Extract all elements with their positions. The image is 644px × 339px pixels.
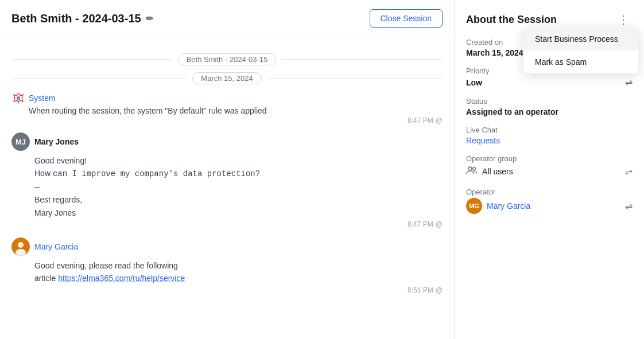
user-line-4: Best regards,	[34, 193, 443, 206]
status-label: Status	[466, 97, 633, 106]
op-message-link[interactable]: https://elma365.com/ru/help/service	[58, 274, 185, 283]
user-line-2: How can I improve my company's data prot…	[34, 167, 443, 180]
date-separator-label-2: March 15, 2024	[192, 72, 261, 84]
chat-messages: Beth Smith - 2024-03-15 March 15, 2024	[0, 37, 454, 339]
operator-group-label: Operator group	[466, 154, 633, 163]
user-message-meta: 8:47 PM @	[11, 220, 443, 228]
operator-label: Operator	[466, 188, 633, 196]
operator-message-header: Mary Garcia	[11, 237, 443, 256]
svg-point-5	[468, 167, 472, 170]
user-message-icon: @	[436, 220, 443, 228]
svg-point-6	[473, 167, 476, 170]
system-message-icon: @	[436, 116, 443, 124]
info-header: About the Session ⋮	[466, 11, 633, 28]
title-text: Beth Smith - 2024-03-15	[11, 12, 141, 25]
user-message-body: Good evening! How can I improve my compa…	[34, 154, 443, 219]
info-panel-title: About the Session	[466, 14, 557, 26]
date-separator-label-1: Beth Smith - 2024-03-15	[178, 53, 277, 65]
operator-message-time: 8:51 PM	[408, 286, 433, 294]
live-chat-field: Live Chat Requests	[466, 126, 633, 145]
operator-small-avatar: MG	[466, 198, 482, 214]
dropdown-item-mark-as-spam[interactable]: Mark as Spam	[523, 50, 638, 73]
system-sender: System	[11, 91, 443, 105]
svg-point-3	[18, 242, 24, 248]
system-message-text: When routing the session, the system "By…	[29, 106, 443, 115]
system-name-link[interactable]: System	[29, 93, 56, 103]
operator-name-link[interactable]: Mary Garcia	[34, 242, 78, 251]
operator-avatar	[11, 237, 30, 256]
more-options-icon[interactable]: ⋮	[614, 11, 633, 28]
system-message-meta: 8:47 PM @	[11, 116, 443, 124]
operator-message-icon: @	[436, 286, 443, 294]
chat-header: Beth Smith - 2024-03-15 ✏ Close Session	[0, 0, 454, 37]
operator-group-name: All users	[482, 167, 513, 176]
operator-message-mary-garcia: Mary Garcia Good evening, please read th…	[11, 237, 443, 294]
operator-group-value-row: All users	[466, 165, 513, 178]
dropdown-menu: Start Business Process Mark as Spam	[523, 28, 638, 73]
priority-value: Low	[466, 78, 482, 87]
user-name-label: Mary Jones	[34, 137, 79, 146]
close-session-button[interactable]: Close Session	[370, 9, 443, 28]
operator-message-body: Good evening, please read the followinga…	[34, 259, 443, 285]
status-value: Assigned to an operator	[466, 107, 633, 116]
user-line-1: Good evening!	[34, 154, 443, 167]
system-logo-icon	[11, 91, 25, 105]
priority-row: Low ⇌	[466, 77, 633, 88]
operator-field: Operator MG Mary Garcia ⇌	[466, 188, 633, 214]
operator-value-row: MG Mary Garcia	[466, 198, 530, 214]
status-field: Status Assigned to an operator	[466, 97, 633, 116]
operator-group-field: Operator group All users ⇌	[466, 154, 633, 178]
user-avatar: MJ	[11, 133, 30, 151]
info-panel: About the Session ⋮ Start Business Proce…	[455, 0, 644, 339]
dropdown-item-start-business-process[interactable]: Start Business Process	[523, 28, 638, 50]
users-group-icon	[466, 165, 478, 178]
svg-point-4	[15, 249, 26, 256]
operator-group-row: All users ⇌	[466, 165, 633, 178]
system-message: System When routing the session, the sys…	[11, 91, 443, 124]
live-chat-link[interactable]: Requests	[466, 136, 500, 145]
live-chat-label: Live Chat	[466, 126, 633, 134]
edit-icon[interactable]: ✏	[146, 13, 153, 24]
system-message-time: 8:47 PM	[408, 116, 433, 124]
user-message-mary-jones: MJ Mary Jones Good evening! How can I im…	[11, 133, 443, 228]
operator-message-meta: 8:51 PM @	[11, 286, 443, 294]
user-mono-text: can I improve my company's data protecti…	[53, 169, 260, 178]
user-line-5: Mary Jones	[34, 206, 443, 219]
operator-group-swap-icon[interactable]: ⇌	[625, 166, 633, 177]
live-chat-value: Requests	[466, 136, 633, 145]
operator-name-link[interactable]: Mary Garcia	[487, 201, 530, 211]
priority-swap-icon[interactable]: ⇌	[625, 77, 633, 88]
operator-row: MG Mary Garcia ⇌	[466, 198, 633, 214]
user-message-header: MJ Mary Jones	[11, 133, 443, 151]
chat-title: Beth Smith - 2024-03-15 ✏	[11, 12, 153, 25]
operator-swap-icon[interactable]: ⇌	[625, 201, 633, 212]
date-separator-session: Beth Smith - 2024-03-15	[11, 53, 443, 65]
user-message-time: 8:47 PM	[408, 220, 433, 228]
date-separator-date: March 15, 2024	[11, 72, 443, 84]
user-line-3: --	[34, 181, 443, 193]
